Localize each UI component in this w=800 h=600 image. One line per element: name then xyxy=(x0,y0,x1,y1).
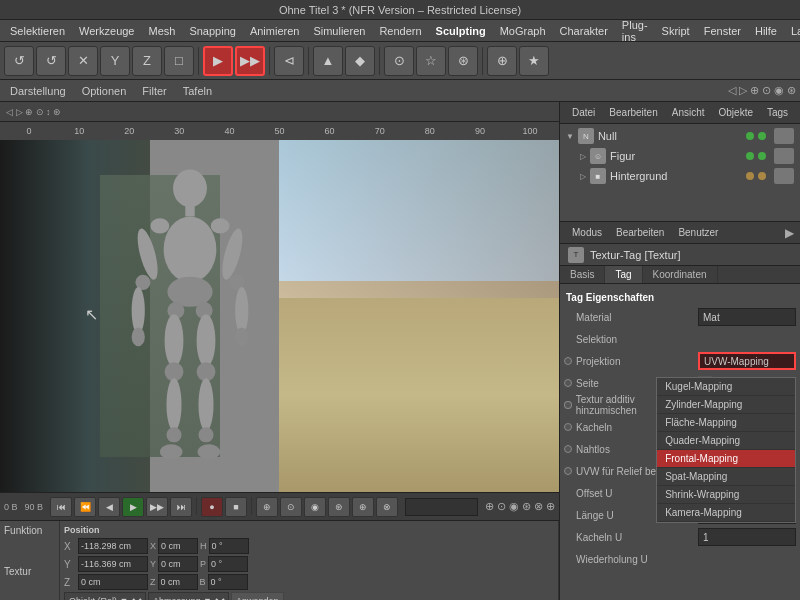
asterisk-btn[interactable]: ⊛ xyxy=(448,46,478,76)
cube-btn[interactable]: □ xyxy=(164,46,194,76)
attr-tab-basis[interactable]: Basis xyxy=(560,266,605,283)
pos-z-input2[interactable] xyxy=(158,574,198,590)
obj-item-null[interactable]: ▼NNull xyxy=(562,126,798,146)
y-btn[interactable]: Y xyxy=(100,46,130,76)
menu-item-plug-ins[interactable]: Plug-ins xyxy=(616,17,654,45)
menu-item-hilfe[interactable]: Hilfe xyxy=(749,23,783,39)
menu-item-fenster[interactable]: Fenster xyxy=(698,23,747,39)
menu-item-snapping[interactable]: Snapping xyxy=(183,23,242,39)
mapping-item-3[interactable]: Quader-Mapping xyxy=(657,432,795,450)
tl-add6[interactable]: ⊗ xyxy=(376,497,398,517)
attr-tabs[interactable]: BasisTagKoordinaten xyxy=(560,266,800,284)
toolbar2-item-filter[interactable]: Filter xyxy=(136,83,172,99)
fill-star-btn[interactable]: ★ xyxy=(519,46,549,76)
tl-play[interactable]: ▶ xyxy=(122,497,144,517)
undo-btn[interactable]: ↺ xyxy=(4,46,34,76)
toolbar2-item-optionen[interactable]: Optionen xyxy=(76,83,133,99)
pos-h-val[interactable] xyxy=(209,538,249,554)
ff-btn[interactable]: ▶▶ xyxy=(235,46,265,76)
attr-radio-6[interactable] xyxy=(564,445,572,453)
record-btn[interactable]: ⊲ xyxy=(274,46,304,76)
tl-prev-key[interactable]: ⏪ xyxy=(74,497,96,517)
obj-visibility-dot[interactable] xyxy=(746,172,754,180)
attr-radio-3[interactable] xyxy=(564,379,572,387)
menu-item-sculpting[interactable]: Sculpting xyxy=(430,23,492,39)
mapping-item-2[interactable]: Fläche-Mapping xyxy=(657,414,795,432)
mapping-item-1[interactable]: Zylinder-Mapping xyxy=(657,396,795,414)
abmessung-select[interactable]: Abmessung ▼ xyxy=(148,592,229,600)
attr-tab-koordinaten[interactable]: Koordinaten xyxy=(643,266,718,283)
pos-z-input[interactable] xyxy=(78,574,148,590)
viewport-canvas[interactable]: ↖ xyxy=(0,140,559,492)
obj-visibility-dot[interactable] xyxy=(746,132,754,140)
mapping-item-6[interactable]: Shrink-Wrapping xyxy=(657,486,795,504)
tl-add4[interactable]: ⊛ xyxy=(328,497,350,517)
tl-add1[interactable]: ⊕ xyxy=(256,497,278,517)
play-btn[interactable]: ▶ xyxy=(203,46,233,76)
obj-visibility-dot[interactable] xyxy=(746,152,754,160)
obj-hdr-btn-ansicht[interactable]: Ansicht xyxy=(666,106,711,119)
pos-h-input[interactable] xyxy=(158,538,198,554)
obj-hdr-btn-bearbeiten[interactable]: Bearbeiten xyxy=(603,106,663,119)
toolbar2-item-darstellung[interactable]: Darstellung xyxy=(4,83,72,99)
menu-item-animieren[interactable]: Animieren xyxy=(244,23,306,39)
diamond-btn[interactable]: ◆ xyxy=(345,46,375,76)
expand-icon[interactable]: ▷ xyxy=(580,152,586,161)
star-btn[interactable]: ☆ xyxy=(416,46,446,76)
collapse-arrow[interactable]: ▶ xyxy=(785,226,794,240)
attr-value-10[interactable]: 1 xyxy=(698,528,796,546)
timeline[interactable]: 0 B 90 B ⏮⏪◀▶▶▶⏭●■⊕⊙◉⊛⊕⊗ ⊕ ⊙ ◉ ⊛ ⊗ ⊕ xyxy=(0,492,559,520)
obj-hdr-btn-tags[interactable]: Tags xyxy=(761,106,794,119)
menu-item-layout-[interactable]: Layout: xyxy=(785,23,800,39)
menu-item-charakter[interactable]: Charakter xyxy=(554,23,614,39)
obj-hdr-btn-objekte[interactable]: Objekte xyxy=(713,106,759,119)
attr-value-0[interactable]: Mat xyxy=(698,308,796,326)
menu-item-rendern[interactable]: Rendern xyxy=(373,23,427,39)
tl-add5[interactable]: ⊕ xyxy=(352,497,374,517)
attr-tab-tag[interactable]: Tag xyxy=(605,266,642,283)
pos-y-input[interactable] xyxy=(78,556,148,572)
tl-first[interactable]: ⏮ xyxy=(50,497,72,517)
tl-add3[interactable]: ◉ xyxy=(304,497,326,517)
attr-hdr-btn-bearbeiten[interactable]: Bearbeiten xyxy=(610,226,670,239)
pos-y-input2[interactable] xyxy=(158,556,198,572)
toolbar2-item-tafeln[interactable]: Tafeln xyxy=(177,83,218,99)
menu-item-mograph[interactable]: MoGraph xyxy=(494,23,552,39)
timeline-track[interactable] xyxy=(405,498,478,516)
obj-render-dot[interactable] xyxy=(758,132,766,140)
anwenden-button[interactable]: Anwenden xyxy=(231,592,284,600)
tl-ff[interactable]: ▶▶ xyxy=(146,497,168,517)
attr-radio-4[interactable] xyxy=(564,401,572,409)
obj-render-dot[interactable] xyxy=(758,172,766,180)
menu-item-skript[interactable]: Skript xyxy=(656,23,696,39)
tl-last[interactable]: ⏭ xyxy=(170,497,192,517)
attr-radio-7[interactable] xyxy=(564,467,572,475)
tl-rec[interactable]: ● xyxy=(201,497,223,517)
expand-icon[interactable]: ▼ xyxy=(566,132,574,141)
x-btn[interactable]: ✕ xyxy=(68,46,98,76)
pos-b-val[interactable] xyxy=(208,574,248,590)
attr-hdr-btn-benutzer[interactable]: Benutzer xyxy=(672,226,724,239)
expand-icon[interactable]: ▷ xyxy=(580,172,586,181)
tl-add2[interactable]: ⊙ xyxy=(280,497,302,517)
attr-hdr-btn-modus[interactable]: Modus xyxy=(566,226,608,239)
attr-radio-2[interactable] xyxy=(564,357,572,365)
z-btn[interactable]: Z xyxy=(132,46,162,76)
menu-item-werkzeuge[interactable]: Werkzeuge xyxy=(73,23,140,39)
mapping-item-5[interactable]: Spat-Mapping xyxy=(657,468,795,486)
circle-btn[interactable]: ⊙ xyxy=(384,46,414,76)
menu-item-simulieren[interactable]: Simulieren xyxy=(307,23,371,39)
obj-hdr-btn-datei[interactable]: Datei xyxy=(566,106,601,119)
coord-mode-select[interactable]: Objekt (Rel) ▼ xyxy=(64,592,146,600)
menu-item-selektieren[interactable]: Selektieren xyxy=(4,23,71,39)
attr-radio-5[interactable] xyxy=(564,423,572,431)
menu-item-mesh[interactable]: Mesh xyxy=(142,23,181,39)
obj-render-dot[interactable] xyxy=(758,152,766,160)
pos-x-input[interactable] xyxy=(78,538,148,554)
plus-circle-btn[interactable]: ⊕ xyxy=(487,46,517,76)
attr-value-2[interactable]: UVW-Mapping xyxy=(698,352,796,370)
object-list[interactable]: ▼NNull▷☺Figur▷■Hintergrund xyxy=(560,124,800,188)
mapping-item-7[interactable]: Kamera-Mapping xyxy=(657,504,795,522)
pos-p-val[interactable] xyxy=(208,556,248,572)
tl-prev[interactable]: ◀ xyxy=(98,497,120,517)
